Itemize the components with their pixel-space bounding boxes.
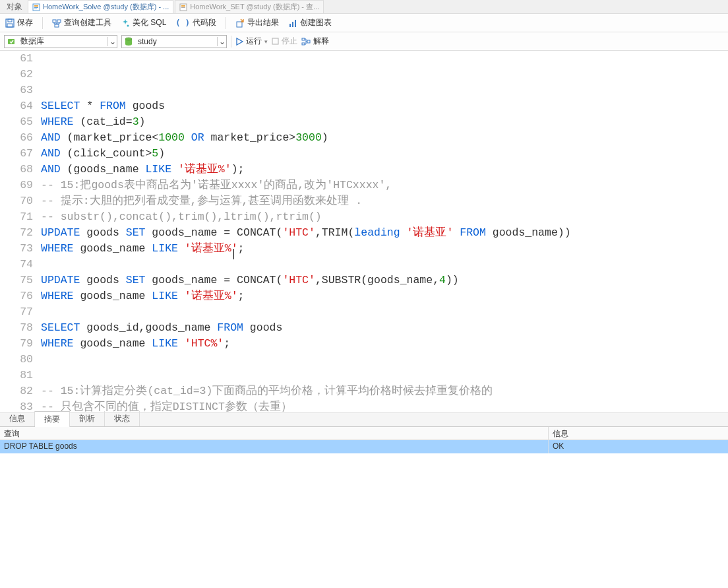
document-tab-bar: 对象 HomeWork_Solve @study (数据库) - ... Hom… [0,0,728,14]
run-button[interactable]: 运行 ▾ [235,36,268,47]
line-number: 72 [0,225,33,241]
code-line: -- 只包含不同的值，指定DISTINCT参数（去重） [41,399,728,412]
line-number: 73 [0,241,33,257]
text-cursor [233,249,234,259]
beautify-label: 美化 SQL [133,17,166,28]
tab-label: HomeWork_Solve @study (数据库) - ... [43,2,169,12]
save-icon [5,18,15,28]
code-line: -- 提示:大胆的把列看成变量,参与运算,甚至调用函数来处理 . [41,193,728,209]
svg-rect-8 [8,19,12,22]
explain-icon [301,37,311,46]
stop-icon [272,38,279,45]
svg-rect-16 [292,22,293,27]
line-number: 74 [0,257,33,273]
code-line: UPDATE goods SET goods_name = CONCAT('HT… [41,273,728,288]
svg-rect-11 [57,20,61,22]
code-line [41,304,728,320]
create-chart-button[interactable]: 创建图表 [288,17,332,28]
line-number-gutter: 6162636465666768697071727374757677787980… [0,51,41,412]
main-toolbar: 保存 查询创建工具 美化 SQL ( ) 代码段 导出结果 创建图表 [0,14,728,32]
tab-info[interactable]: 信息 [0,411,35,426]
code-line: WHERE goods_name LIKE '诺基亚%'; [41,288,728,304]
line-number: 68 [0,162,33,178]
tab-status[interactable]: 状态 [105,411,140,426]
line-number: 80 [0,352,33,368]
results-header-query[interactable]: 查询 [0,427,549,440]
svg-rect-21 [272,38,278,44]
code-line: WHERE (cat_id=3) [41,114,728,130]
code-line [41,368,728,383]
query-builder-label: 查询创建工具 [64,17,111,28]
line-number: 66 [0,130,33,146]
svg-point-13 [127,24,129,26]
database-combo-text: 数据库 [18,36,107,47]
line-number: 75 [0,273,33,288]
explain-button[interactable]: 解释 [301,36,329,47]
tab-summary[interactable]: 摘要 [35,411,70,427]
svg-rect-6 [181,7,185,8]
code-line: AND (market_price<1000 OR market_price>3… [41,130,728,146]
results-header-info[interactable]: 信息 [549,427,728,440]
line-number: 61 [0,51,33,67]
database-combo[interactable]: 数据库 ⌄ [4,35,117,48]
results-panel: 查询 信息 DROP TABLE goods OK [0,427,728,588]
code-line: UPDATE goods SET goods_name = CONCAT('HT… [41,225,728,241]
results-cell-info: OK [549,440,728,453]
line-number: 63 [0,82,33,98]
line-number: 67 [0,146,33,162]
chevron-down-icon: ⌄ [107,37,117,46]
run-label: 运行 [246,36,262,47]
code-line: -- 15:计算指定分类(cat_id=3)下面商品的平均价格，计算平均价格时候… [41,383,728,399]
code-area[interactable]: SELECT * FROM goodsWHERE (cat_id=3)AND (… [41,51,728,412]
results-tab-bar: 信息 摘要 剖析 状态 [0,412,728,427]
schema-combo[interactable]: study ⌄ [121,35,227,48]
svg-rect-3 [34,9,37,9]
toolbar-separator [231,36,231,48]
database-icon [123,36,134,47]
code-line: SELECT * FROM goods [41,98,728,114]
export-label: 导出结果 [247,17,279,28]
chart-icon [288,18,297,28]
line-number: 62 [0,67,33,82]
svg-rect-1 [34,5,38,7]
line-number: 78 [0,320,33,336]
query-file-icon [32,3,40,11]
tab-homework-set[interactable]: HomeWork_SET @study (数据库) - 查... [175,0,324,13]
svg-rect-12 [55,24,59,27]
results-cell-query: DROP TABLE goods [0,440,549,453]
schema-combo-text: study [135,37,217,46]
svg-rect-22 [302,38,305,40]
svg-rect-15 [289,24,291,27]
svg-rect-9 [7,24,13,27]
tab-homework-solve[interactable]: HomeWork_Solve @study (数据库) - ... [28,0,173,13]
snippet-button[interactable]: ( ) 代码段 [175,17,216,28]
results-header: 查询 信息 [0,427,728,440]
line-number: 83 [0,399,33,412]
stop-button[interactable]: 停止 [272,36,297,47]
svg-rect-10 [53,20,56,22]
save-label: 保存 [17,17,33,28]
tab-bar-leading-label: 对象 [3,1,26,13]
code-line: AND (goods_name LIKE '诺基亚%'); [41,162,728,178]
query-file-icon [179,3,187,11]
svg-rect-17 [295,20,296,27]
beautify-sql-button[interactable]: 美化 SQL [121,17,166,28]
tab-profile[interactable]: 剖析 [70,411,105,426]
export-results-button[interactable]: 导出结果 [235,17,279,28]
connection-bar: 数据库 ⌄ study ⌄ 运行 ▾ 停止 解释 [0,32,728,51]
line-number: 81 [0,368,33,383]
connection-icon [6,36,16,47]
save-button[interactable]: 保存 [5,17,33,28]
code-line: SELECT goods_id,goods_name FROM goods [41,320,728,336]
query-builder-button[interactable]: 查询创建工具 [52,17,111,28]
code-line [41,257,728,273]
sparkle-icon [121,18,130,28]
svg-rect-23 [302,43,305,45]
results-row[interactable]: DROP TABLE goods OK [0,440,728,453]
sql-editor[interactable]: 6162636465666768697071727374757677787980… [0,51,728,412]
line-number: 71 [0,209,33,225]
chart-label: 创建图表 [300,17,332,28]
svg-rect-2 [34,7,38,8]
toolbar-separator [226,17,226,29]
code-line [41,352,728,368]
